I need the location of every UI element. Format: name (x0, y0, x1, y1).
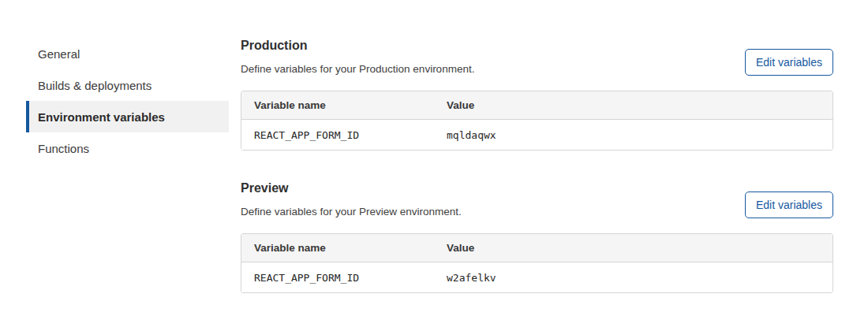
column-header-value: Value (434, 234, 832, 262)
preview-description: Define variables for your Preview enviro… (241, 205, 462, 218)
variable-name-cell: REACT_APP_FORM_ID (241, 120, 434, 150)
preview-section: Preview Define variables for your Previe… (241, 180, 833, 293)
variable-value-cell: w2afelkv (434, 262, 832, 292)
production-variables-table: Variable name Value REACT_APP_FORM_ID mq… (241, 91, 833, 151)
variable-value-cell: mqldaqwx (434, 120, 832, 150)
settings-page: General Builds & deployments Environment… (0, 0, 868, 323)
sidebar-item-functions[interactable]: Functions (26, 132, 229, 164)
column-header-variable-name: Variable name (241, 234, 434, 262)
production-heading-group: Production Define variables for your Pro… (241, 38, 474, 76)
column-header-variable-name: Variable name (241, 91, 434, 120)
table-header-row: Variable name Value (241, 234, 832, 262)
production-title: Production (241, 38, 474, 54)
environment-variables-panel: Production Define variables for your Pro… (241, 38, 833, 323)
table-row: REACT_APP_FORM_ID mqldaqwx (241, 120, 832, 150)
preview-title: Preview (241, 180, 462, 196)
sidebar-item-environment-variables[interactable]: Environment variables (26, 101, 229, 132)
settings-sidebar: General Builds & deployments Environment… (26, 38, 229, 323)
table-header-row: Variable name Value (241, 91, 832, 120)
production-section-header: Production Define variables for your Pro… (241, 38, 833, 76)
sidebar-item-general[interactable]: General (26, 38, 229, 69)
column-header-value: Value (434, 91, 832, 120)
production-edit-variables-button[interactable]: Edit variables (745, 49, 833, 76)
preview-heading-group: Preview Define variables for your Previe… (241, 180, 462, 218)
preview-section-header: Preview Define variables for your Previe… (241, 180, 833, 218)
variable-name-cell: REACT_APP_FORM_ID (241, 262, 434, 292)
table-row: REACT_APP_FORM_ID w2afelkv (241, 262, 832, 292)
production-description: Define variables for your Production env… (241, 62, 474, 76)
production-section: Production Define variables for your Pro… (241, 38, 833, 151)
preview-variables-table: Variable name Value REACT_APP_FORM_ID w2… (241, 233, 833, 293)
preview-edit-variables-button[interactable]: Edit variables (745, 192, 833, 218)
sidebar-item-builds-deployments[interactable]: Builds & deployments (26, 69, 229, 101)
